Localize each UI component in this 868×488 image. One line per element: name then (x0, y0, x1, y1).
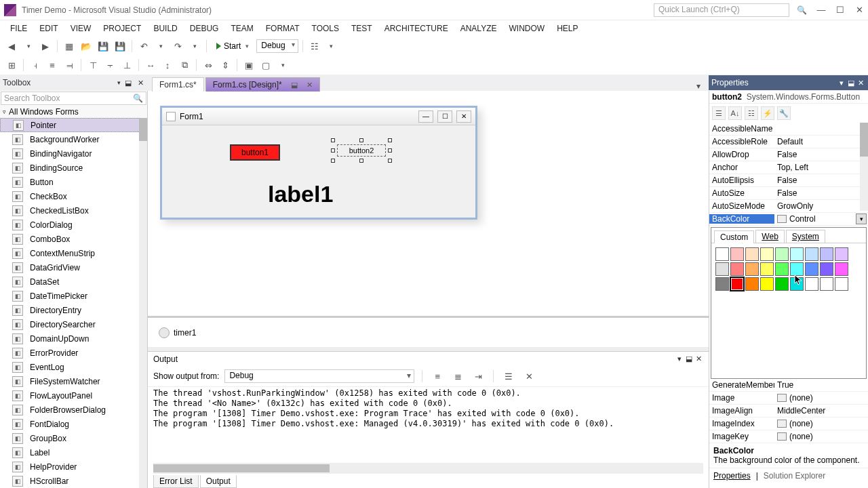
designed-label1[interactable]: label1 (268, 181, 333, 207)
color-swatch[interactable] (775, 277, 789, 291)
toolbox-item-directorysearcher[interactable]: ◧DirectorySearcher (0, 317, 147, 331)
chevron-down-icon[interactable]: ▾ (21, 39, 36, 54)
toolbox-item-hscrollbar[interactable]: ◧HScrollBar (0, 474, 147, 488)
toolbox-item-helpprovider[interactable]: ◧HelpProvider (0, 460, 147, 474)
output-wrap-icon[interactable]: ≣ (450, 369, 465, 384)
color-swatch[interactable] (820, 262, 833, 276)
toolbox-item-eventlog[interactable]: ◧EventLog (0, 360, 147, 374)
align-right-icon[interactable]: ⫤ (62, 58, 77, 73)
color-swatch[interactable] (775, 262, 789, 276)
property-row-backcolor[interactable]: BackColorControl▾ (709, 213, 868, 226)
property-value[interactable]: GrowOnly (774, 201, 868, 211)
form-client-area[interactable]: button1 button2 label1 (162, 125, 475, 218)
new-project-icon[interactable]: ▦ (62, 39, 77, 54)
property-object-selector[interactable]: button2 System.Windows.Forms.Button (709, 91, 868, 104)
pin-icon[interactable]: ⬓ (846, 79, 856, 87)
menu-format[interactable]: FORMAT (260, 22, 306, 35)
color-swatch[interactable] (790, 277, 804, 291)
pin-icon[interactable]: ⬓ (684, 354, 694, 363)
toolbox-search-input[interactable]: Search Toolbox 🔍 (1, 92, 146, 105)
bring-front-icon[interactable]: ▣ (241, 58, 256, 73)
menu-architecture[interactable]: ARCHITECTURE (378, 22, 454, 35)
toolbox-item-label[interactable]: ◧Label (0, 445, 147, 460)
start-debug-button[interactable]: Start ▾ (211, 39, 254, 54)
property-value[interactable]: (none) (774, 419, 868, 428)
menu-window[interactable]: WINDOW (502, 22, 551, 35)
tab-system[interactable]: System (786, 230, 825, 243)
property-grid[interactable]: AccessibleNameAccessibleRoleDefaultAllow… (709, 123, 868, 227)
property-row[interactable]: Image(none) (709, 392, 868, 405)
color-swatch[interactable] (730, 247, 744, 261)
tab-form1-design[interactable]: Form1.cs [Design]* ⬓ ✕ (205, 77, 321, 92)
tab-output[interactable]: Output (200, 475, 237, 488)
color-swatch[interactable] (745, 247, 759, 261)
toolbox-item-colordialog[interactable]: ◧ColorDialog (0, 218, 147, 232)
color-swatch[interactable] (820, 277, 833, 291)
maximize-button[interactable]: ☐ (835, 5, 845, 15)
designer-surface[interactable]: Form1 — ☐ ✕ button1 button2 label1 (148, 91, 709, 316)
toolbox-item-checkedlistbox[interactable]: ◧CheckedListBox (0, 203, 147, 218)
scrollbar-thumb[interactable] (139, 118, 147, 141)
pin-icon[interactable]: ⬓ (123, 79, 133, 87)
form-maximize-button[interactable]: ☐ (437, 110, 452, 123)
property-value[interactable]: Top, Left (774, 163, 868, 172)
center-h-icon[interactable]: ⇔ (201, 58, 216, 73)
alphabetical-icon[interactable]: A↓ (728, 106, 742, 120)
menu-test[interactable]: TEST (345, 22, 378, 35)
color-swatch[interactable] (790, 262, 804, 276)
color-swatch[interactable] (715, 247, 729, 261)
scrollbar[interactable] (153, 463, 703, 474)
open-icon[interactable]: 📂 (79, 39, 94, 54)
property-value[interactable]: Default (774, 137, 868, 146)
toolbox-item-contextmenustrip[interactable]: ◧ContextMenuStrip (0, 246, 147, 260)
toolbox-item-checkbox[interactable]: ◧CheckBox (0, 189, 147, 203)
property-row[interactable]: GenerateMemberTrue (709, 379, 868, 392)
toolbox-item-directoryentry[interactable]: ◧DirectoryEntry (0, 303, 147, 317)
designed-button1[interactable]: button1 (230, 144, 280, 161)
designed-button2[interactable]: button2 (337, 144, 386, 157)
chevron-down-icon[interactable]: ▾ (275, 58, 290, 73)
close-button[interactable]: ✕ (854, 5, 864, 15)
color-swatch[interactable] (835, 262, 848, 276)
quick-launch-input[interactable]: Quick Launch (Ctrl+Q) (654, 3, 789, 17)
chevron-down-icon[interactable]: ▾ (187, 39, 202, 54)
output-text[interactable]: The thread 'vshost.RunParkingWindow' (0x… (148, 386, 709, 463)
close-icon[interactable]: ✕ (856, 79, 865, 87)
output-clear-all-icon[interactable]: ✕ (521, 369, 536, 384)
menu-debug[interactable]: DEBUG (184, 22, 225, 35)
save-icon[interactable]: 💾 (96, 39, 111, 54)
property-row[interactable]: AllowDropFalse (709, 148, 868, 161)
color-swatch[interactable] (805, 262, 818, 276)
send-back-icon[interactable]: ▢ (258, 58, 273, 73)
menu-view[interactable]: VIEW (64, 22, 98, 35)
property-grid-bottom[interactable]: GenerateMemberTrueImage(none)ImageAlignM… (709, 379, 868, 443)
menu-file[interactable]: FILE (4, 22, 33, 35)
align-bottom-icon[interactable]: ⊥ (119, 58, 134, 73)
toolbox-category[interactable]: ▿ All Windows Forms (0, 106, 147, 118)
chevron-down-icon[interactable]: ▾ (675, 354, 684, 363)
color-swatch[interactable] (835, 277, 848, 291)
property-value[interactable]: False (774, 150, 868, 159)
property-row[interactable]: AnchorTop, Left (709, 161, 868, 174)
color-swatch[interactable] (805, 277, 818, 291)
toolbox-item-fontdialog[interactable]: ◧FontDialog (0, 417, 147, 431)
color-swatch[interactable] (715, 262, 729, 276)
search-icon[interactable]: 🔍 (796, 5, 807, 16)
toolbox-item-combobox[interactable]: ◧ComboBox (0, 232, 147, 246)
property-value[interactable]: MiddleCenter (774, 406, 868, 415)
browser-icon[interactable]: ☷ (307, 39, 322, 54)
grid-icon[interactable]: ⊞ (4, 58, 19, 73)
toolbox-item-flowlayoutpanel[interactable]: ◧FlowLayoutPanel (0, 388, 147, 403)
configuration-dropdown[interactable]: Debug (256, 39, 298, 53)
menu-team[interactable]: TEAM (224, 22, 259, 35)
property-pages-icon[interactable]: 🔧 (777, 106, 791, 120)
toolbox-item-datetimepicker[interactable]: ◧DateTimePicker (0, 289, 147, 303)
toolbox-item-groupbox[interactable]: ◧GroupBox (0, 431, 147, 445)
scrollbar[interactable] (139, 118, 147, 488)
toolbox-list[interactable]: ◧Pointer◧BackgroundWorker◧BindingNavigat… (0, 118, 147, 488)
menu-build[interactable]: BUILD (147, 22, 183, 35)
tray-item-timer1[interactable]: timer1 (174, 328, 196, 338)
property-row[interactable]: AutoSizeModeGrowOnly (709, 200, 868, 213)
property-value[interactable]: Control▾ (774, 214, 868, 224)
toolbox-item-bindingsource[interactable]: ◧BindingSource (0, 161, 147, 175)
